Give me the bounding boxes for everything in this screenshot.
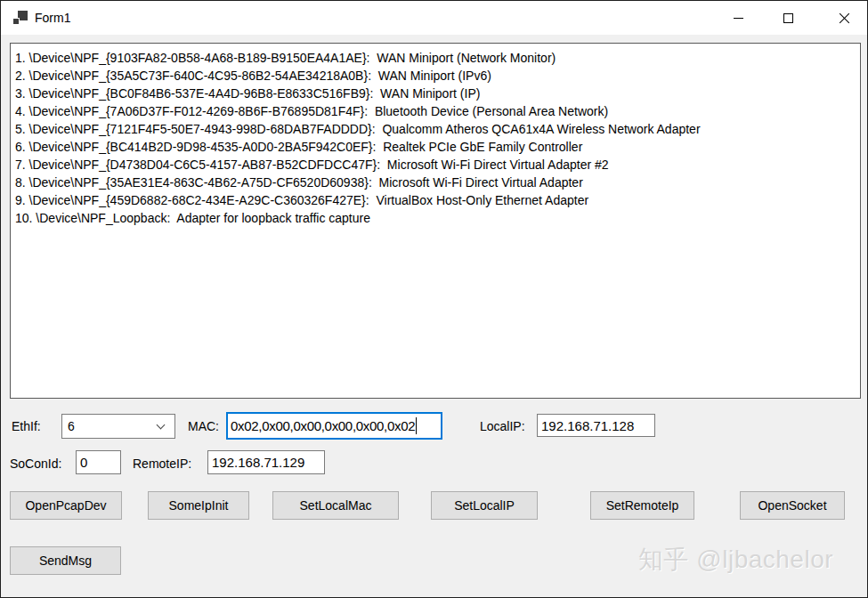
- mac-value: 0x02,0x00,0x00,0x00,0x00,0x02: [231, 418, 415, 433]
- ethif-selected-value: 6: [62, 419, 158, 433]
- adapter-list-item[interactable]: 8. \Device\NPF_{35AE31E4-863C-4B62-A75D-…: [15, 174, 856, 191]
- maximize-button[interactable]: [768, 1, 808, 35]
- sendmsg-button[interactable]: SendMsg: [10, 546, 121, 575]
- opensocket-button[interactable]: OpenSocket: [740, 491, 845, 520]
- adapter-list-item[interactable]: 1. \Device\NPF_{9103FA82-0B58-4A68-B189-…: [15, 49, 856, 67]
- close-icon: [838, 12, 851, 25]
- setlocalip-button[interactable]: SetLocalIP: [431, 491, 538, 520]
- adapter-list-item[interactable]: 6. \Device\NPF_{BC414B2D-9D98-4535-A0D0-…: [15, 138, 856, 156]
- openpcapdev-button[interactable]: OpenPcapDev: [10, 491, 122, 520]
- adapter-list-item[interactable]: 9. \Device\NPF_{459D6882-68C2-434E-A29C-…: [15, 191, 856, 209]
- setremoteip-button[interactable]: SetRemoteIp: [590, 491, 694, 520]
- adapter-list-item[interactable]: 4. \Device\NPF_{7A06D37F-F012-4269-8B6F-…: [15, 102, 856, 120]
- app-icon: [12, 11, 28, 25]
- ethif-combobox[interactable]: 6: [61, 414, 175, 439]
- someipinit-button[interactable]: SomeIpInit: [148, 491, 249, 520]
- adapter-list-item[interactable]: 7. \Device\NPF_{D4738D04-C6C5-4157-AB87-…: [15, 156, 856, 174]
- adapter-list-item[interactable]: 2. \Device\NPF_{35A5C73F-640C-4C95-86B2-…: [15, 67, 856, 85]
- minimize-icon: [734, 18, 743, 19]
- setlocalmac-button[interactable]: SetLocalMac: [272, 491, 399, 520]
- mac-label: MAC:: [188, 419, 219, 433]
- remoteip-input[interactable]: [207, 450, 325, 474]
- window-title: Form1: [35, 11, 70, 25]
- adapter-list-item[interactable]: 5. \Device\NPF_{7121F4F5-50E7-4943-998D-…: [15, 120, 856, 138]
- adapter-list-item[interactable]: 10. \Device\NPF_Loopback: Adapter for lo…: [15, 209, 856, 227]
- localip-input[interactable]: [537, 414, 655, 437]
- soconid-input[interactable]: [76, 450, 121, 474]
- watermark: 知乎 @ljbachelor: [638, 543, 833, 577]
- localip-label: LocalIP:: [480, 419, 525, 433]
- maximize-icon: [783, 13, 793, 23]
- chevron-down-icon: [157, 420, 166, 429]
- adapter-listbox[interactable]: 1. \Device\NPF_{9103FA82-0B58-4A68-B189-…: [10, 43, 861, 399]
- mac-input[interactable]: 0x02,0x00,0x00,0x00,0x00,0x02: [226, 412, 442, 440]
- form1-window: Form1 1. \Device\NPF_{9103FA82-0B58-4A68…: [0, 0, 868, 598]
- ethif-label: EthIf:: [12, 419, 41, 433]
- adapter-list-item[interactable]: 3. \Device\NPF_{BC0F84B6-537E-4A4D-96B8-…: [15, 85, 856, 102]
- title-bar[interactable]: Form1: [1, 1, 867, 35]
- close-button[interactable]: [820, 1, 868, 35]
- soconid-label: SoConId:: [10, 457, 61, 471]
- text-caret: [416, 417, 417, 434]
- remoteip-label: RemoteIP:: [133, 457, 191, 471]
- minimize-button[interactable]: [718, 1, 758, 35]
